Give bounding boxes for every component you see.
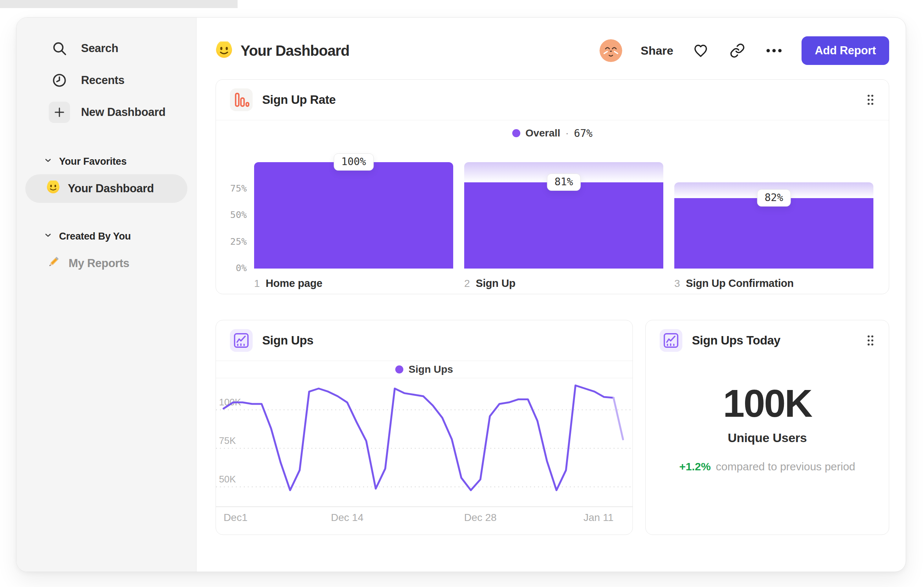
sidebar-item-label: Search bbox=[81, 42, 119, 55]
link-icon[interactable] bbox=[728, 41, 747, 60]
funnel-step-number: 2 bbox=[464, 278, 470, 289]
avatar[interactable] bbox=[599, 39, 622, 62]
sidebar-item-label: Recents bbox=[81, 74, 125, 87]
line-chart-icon bbox=[660, 329, 682, 352]
sidebar-item-label: New Dashboard bbox=[81, 106, 165, 119]
funnel-step-label: Sign Up bbox=[476, 277, 516, 289]
line-x-tick: Jan 11 bbox=[583, 512, 614, 524]
funnel-bar bbox=[674, 198, 873, 269]
funnel-step-label: Sign Up Confirmation bbox=[686, 277, 794, 289]
line-legend: Sign Ups bbox=[216, 361, 632, 378]
sign-ups-series-line-incomplete bbox=[614, 398, 623, 439]
sidebar-item-search[interactable]: Search bbox=[33, 32, 187, 64]
funnel-card-header: Sign Up Rate bbox=[216, 79, 889, 120]
section-your-favorites[interactable]: Your Favorites bbox=[33, 151, 187, 172]
drag-handle-icon[interactable] bbox=[866, 334, 875, 347]
section-title: Created By You bbox=[59, 231, 131, 242]
slightly-smiling-face-emoji bbox=[46, 180, 60, 197]
funnel-y-tick: 0% bbox=[236, 263, 247, 273]
sidebar-item-label: My Reports bbox=[69, 257, 129, 270]
delta-comparison-text: compared to previous period bbox=[716, 460, 855, 473]
clock-icon bbox=[49, 70, 70, 91]
line-x-tick: Dec1 bbox=[224, 512, 248, 524]
card-title: Sign Ups Today bbox=[692, 334, 780, 347]
section-created-by-you[interactable]: Created By You bbox=[33, 226, 187, 247]
sign-ups-series-line bbox=[224, 385, 614, 491]
line-x-tick: Dec 28 bbox=[464, 512, 497, 524]
created-by-you-section: Created By You My Reports bbox=[33, 226, 187, 278]
sidebar-item-recents[interactable]: Recents bbox=[33, 64, 187, 96]
card-title: Sign Ups bbox=[262, 334, 314, 347]
funnel-legend: Overall · 67% bbox=[216, 120, 889, 143]
line-x-axis: Dec1Dec 14Dec 28Jan 11 bbox=[216, 508, 632, 527]
legend-value: 67% bbox=[574, 127, 592, 139]
line-chart-icon bbox=[230, 329, 252, 352]
search-icon bbox=[49, 38, 70, 59]
heart-icon[interactable] bbox=[691, 41, 710, 60]
funnel-bar bbox=[254, 162, 453, 269]
slightly-smiling-face-emoji bbox=[216, 41, 233, 60]
funnel-y-axis: 75%50%25%0% bbox=[227, 155, 254, 269]
funnel-y-tick: 25% bbox=[230, 236, 247, 247]
sign-ups-card: Sign Ups Sign Ups 100K75K50K Dec1Dec 14D… bbox=[216, 320, 633, 535]
delta-badge: +1.2% bbox=[679, 460, 711, 473]
stat-label: Unique Users bbox=[728, 431, 807, 445]
ellipsis-icon[interactable] bbox=[765, 41, 783, 60]
sign-up-rate-card: Sign Up Rate Overall · 67% 75%50%25%0% bbox=[216, 79, 889, 294]
funnel-step-label: Home page bbox=[266, 277, 323, 289]
bottom-row: Sign Ups Sign Ups 100K75K50K Dec1Dec 14D… bbox=[216, 320, 889, 535]
sidebar-item-label: Your Dashboard bbox=[68, 182, 154, 195]
favorites-section: Your Favorites Your Dashboard bbox=[33, 151, 187, 203]
plus-icon bbox=[49, 102, 70, 123]
page-title: Your Dashboard bbox=[241, 43, 350, 59]
sidebar-item-your-dashboard[interactable]: Your Dashboard bbox=[25, 174, 187, 203]
funnel-y-tick: 75% bbox=[230, 183, 247, 194]
funnel-step: 81%2Sign Up bbox=[464, 155, 663, 289]
funnel-value-tooltip: 81% bbox=[547, 174, 581, 191]
line-card-header: Sign Ups bbox=[216, 320, 632, 360]
funnel-chart-icon bbox=[230, 88, 252, 111]
legend-dot bbox=[512, 129, 520, 137]
funnel-chart: 75%50%25%0% 100%1Home page81%2Sign Up82%… bbox=[216, 143, 889, 289]
line-y-tick: 50K bbox=[219, 474, 236, 484]
card-title: Sign Up Rate bbox=[262, 93, 336, 107]
background-window-strip bbox=[0, 0, 238, 8]
section-title: Your Favorites bbox=[59, 156, 127, 167]
funnel-value-tooltip: 100% bbox=[334, 153, 374, 170]
funnel-step: 82%3Sign Up Confirmation bbox=[674, 155, 873, 289]
sign-ups-today-card: Sign Ups Today 100K Unique Users +1.2% bbox=[645, 320, 889, 535]
sidebar: Search Recents New Dashboard bbox=[16, 18, 196, 572]
add-report-button[interactable]: Add Report bbox=[802, 36, 889, 65]
funnel-columns: 100%1Home page81%2Sign Up82%3Sign Up Con… bbox=[254, 155, 873, 289]
legend-dot bbox=[395, 365, 403, 374]
line-x-tick: Dec 14 bbox=[331, 512, 364, 524]
drag-handle-icon[interactable] bbox=[866, 94, 875, 106]
funnel-y-tick: 50% bbox=[230, 210, 247, 220]
line-y-tick: 75K bbox=[219, 435, 236, 446]
sign-ups-line-chart: 100K75K50K bbox=[216, 378, 632, 508]
app-window: Search Recents New Dashboard bbox=[16, 17, 906, 572]
funnel-step-number: 3 bbox=[674, 278, 680, 289]
stat-body: 100K Unique Users +1.2% compared to prev… bbox=[646, 360, 889, 534]
chevron-down-icon bbox=[44, 231, 53, 242]
funnel-value-tooltip: 82% bbox=[757, 189, 791, 207]
stat-card-header: Sign Ups Today bbox=[646, 320, 889, 360]
sidebar-item-my-reports[interactable]: My Reports bbox=[25, 249, 187, 278]
legend-label: Overall bbox=[525, 127, 560, 139]
funnel-step-number: 1 bbox=[254, 278, 260, 289]
funnel-step: 100%1Home page bbox=[254, 155, 453, 289]
stat-value: 100K bbox=[723, 381, 812, 426]
sidebar-item-new-dashboard[interactable]: New Dashboard bbox=[33, 96, 187, 128]
main-content: Your Dashboard Share bbox=[196, 18, 906, 572]
page-header: Your Dashboard Share bbox=[216, 36, 889, 65]
funnel-bar bbox=[464, 182, 663, 269]
legend-separator: · bbox=[565, 127, 569, 139]
chevron-down-icon bbox=[44, 156, 53, 167]
share-button[interactable]: Share bbox=[640, 44, 673, 58]
legend-label: Sign Ups bbox=[408, 364, 453, 375]
pencil-emoji bbox=[46, 255, 61, 272]
